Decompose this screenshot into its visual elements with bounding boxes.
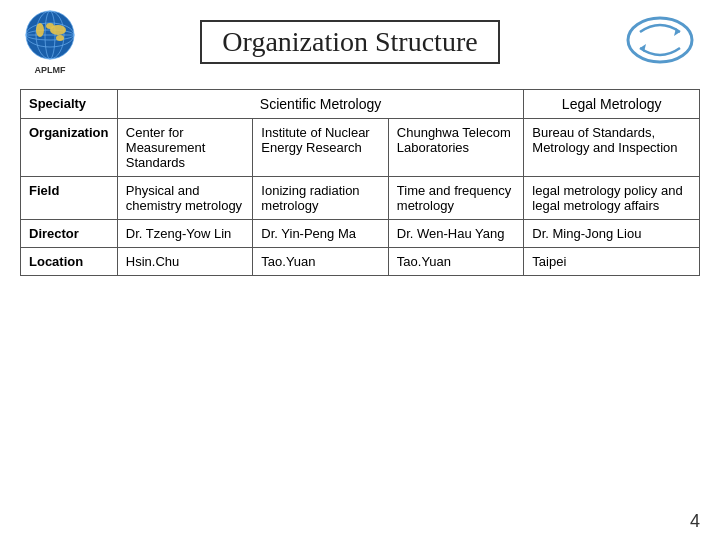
scientific-metrology-header: Scientific Metrology — [117, 90, 524, 119]
field-label: Field — [21, 177, 118, 220]
director-col2: Dr. Yin-Peng Ma — [253, 220, 389, 248]
organization-label: Organization — [21, 119, 118, 177]
specialty-row: Specialty Scientific Metrology Legal Met… — [21, 90, 700, 119]
org-col4: Bureau of Standards, Metrology and Inspe… — [524, 119, 700, 177]
field-row: Field Physical and chemistry metrology I… — [21, 177, 700, 220]
svg-point-8 — [56, 35, 64, 41]
location-label: Location — [21, 248, 118, 276]
director-row: Director Dr. Tzeng-Yow Lin Dr. Yin-Peng … — [21, 220, 700, 248]
bipm-logo — [620, 13, 700, 71]
location-col1: Hsin.Chu — [117, 248, 253, 276]
location-col3: Tao.Yuan — [388, 248, 524, 276]
legal-metrology-header: Legal Metrology — [524, 90, 700, 119]
svg-point-9 — [46, 23, 54, 29]
org-col1: Center for Measurement Standards — [117, 119, 253, 177]
director-col1: Dr. Tzeng-Yow Lin — [117, 220, 253, 248]
location-col4: Taipei — [524, 248, 700, 276]
aplmf-logo: APLMF — [20, 8, 80, 75]
field-col2: Ionizing radiation metrology — [253, 177, 389, 220]
org-col3: Chunghwa Telecom Laboratories — [388, 119, 524, 177]
page-title: Organization Structure — [200, 20, 499, 64]
director-label: Director — [21, 220, 118, 248]
page-number: 4 — [690, 511, 700, 532]
director-col3: Dr. Wen-Hau Yang — [388, 220, 524, 248]
field-col4: legal metrology policy and legal metrolo… — [524, 177, 700, 220]
organization-table: Specialty Scientific Metrology Legal Met… — [20, 89, 700, 276]
location-row: Location Hsin.Chu Tao.Yuan Tao.Yuan Taip… — [21, 248, 700, 276]
main-content: Specialty Scientific Metrology Legal Met… — [0, 79, 720, 282]
specialty-label: Specialty — [21, 90, 118, 119]
organization-row: Organization Center for Measurement Stan… — [21, 119, 700, 177]
aplmf-label: APLMF — [35, 65, 66, 75]
svg-point-10 — [36, 23, 44, 37]
location-col2: Tao.Yuan — [253, 248, 389, 276]
field-col1: Physical and chemistry metrology — [117, 177, 253, 220]
org-col2: Institute of Nuclear Energy Research — [253, 119, 389, 177]
field-col3: Time and frequency metrology — [388, 177, 524, 220]
director-col4: Dr. Ming-Jong Liou — [524, 220, 700, 248]
